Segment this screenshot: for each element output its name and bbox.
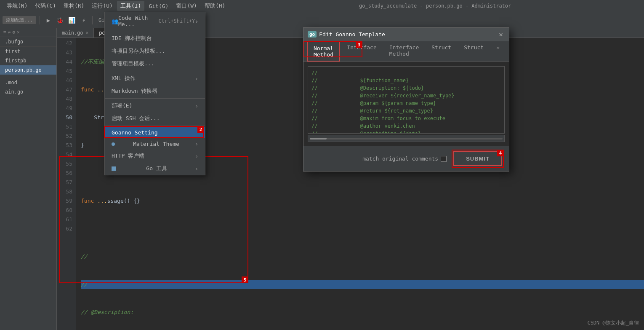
sidebar-align-icon[interactable]: ⇌ [8,30,11,35]
watermark: CSDN @陈文小超_自律 [587,319,639,327]
menu-item-ssh-label: 启动 SSH 会话... [112,115,160,122]
tab-maingo[interactable]: main.go × [57,28,94,38]
modal-title-text: Edit Goanno Template [319,31,385,38]
menu-item-gotools-arrow: › [195,166,198,172]
modal-dialog[interactable]: go Edit Goanno Template ✕ Normal Method … [303,27,509,172]
run-btn[interactable]: ▶ [43,15,53,25]
dropdown-menu[interactable]: 👥 Code With Me... Ctrl+Shift+Y › IDE 脚本控… [104,12,205,175]
editor-scroll-hint [308,135,505,142]
match-comment-checkbox[interactable] [441,156,447,162]
annotation-number-2: 2 [197,126,204,133]
menu-item-goanno-label: Goanno Setting [112,129,158,136]
sidebar-item-mod[interactable]: .mod [0,78,56,87]
profile-btn[interactable]: ⚡ [79,15,89,25]
menu-item-material[interactable]: Material Theme › [105,138,205,150]
modal-tabs: Normal Method Interface Interface Method… [303,41,509,62]
modal-tab-interface-method[interactable]: Interface Method [383,41,425,62]
modal-tabs-container: Normal Method Interface Interface Method… [303,41,509,62]
menu-item-ssh[interactable]: 启动 SSH 会话... [105,112,205,125]
code-line-49: // [81,252,644,261]
line-num-58: 58 [57,187,72,196]
menu-item-codewithme-shortcut: Ctrl+Shift+Y [158,18,195,24]
modal-tab-interface[interactable]: Interface [341,41,382,62]
sidebar-item-maingo[interactable]: ain.go [0,87,56,97]
submit-button[interactable]: SUBMIT [453,151,502,166]
menu-item-save-template[interactable]: 将项目另存为模板... [105,45,205,57]
menu-item-manage-template[interactable]: 管理项目模板... [105,57,205,70]
sidebar-item-personpbgo[interactable]: person.pb.go [0,65,56,75]
menu-item-xml-arrow: › [195,75,198,82]
menu-item-markdown[interactable]: Markdown 转换器 [105,85,205,97]
line-num-52: 52 [57,131,72,141]
menu-nav[interactable]: 导航(N) [3,1,31,11]
match-comment-container: match original comments [362,156,447,162]
menu-git[interactable]: Git(G) [145,2,172,11]
modal-close-btn[interactable]: ✕ [497,30,505,38]
modal-footer: match original comments SUBMIT 4 [303,146,509,171]
menu-item-codewithme-label: Code With Me... [118,15,158,27]
menu-item-http[interactable]: HTTP 客户端 › [105,150,205,162]
menu-item-codewithme[interactable]: 👥 Code With Me... Ctrl+Shift+Y › [105,12,205,30]
line-num-56: 56 [57,169,72,178]
menu-item-xml[interactable]: XML 操作 › [105,72,205,85]
sidebar-item-bufgo[interactable]: .bufgo [0,37,56,46]
menu-item-deploy-arrow: › [195,103,198,109]
menu-item-codewithme-icon: 👥 [112,18,118,24]
modal-body: // // ${function_name} // @Description: … [303,62,509,146]
menu-item-gotools-icon [112,166,116,171]
line-num-53: 53 [57,141,72,150]
tab-maingo-close[interactable]: × [86,30,89,35]
menu-divider-4 [105,126,205,126]
line-num-47: 47 [57,85,72,94]
menu-help[interactable]: 帮助(H) [201,1,229,11]
modal-tab-more[interactable]: » [490,41,506,62]
sidebar-item-firstpb[interactable]: firstpb [0,56,56,65]
go-badge: go [308,31,317,38]
menu-item-deploy-label: 部署(E) [112,102,132,110]
menu-item-manage-template-label: 管理项目模板... [112,60,154,67]
menu-item-markdown-label: Markdown 转换器 [112,87,157,95]
sidebar-settings-icon[interactable]: ⚙ [12,30,15,35]
menu-item-codewithme-arrow: › [195,18,198,24]
template-editor[interactable]: // // ${function_name} // @Description: … [308,66,505,134]
menu-run[interactable]: 运行(U) [88,1,116,11]
line-num-48: 48 [57,94,72,104]
modal-tab-struct2[interactable]: Struct [458,41,490,62]
line-num-49: 49 [57,104,72,113]
menu-refactor[interactable]: 重构(R) [60,1,88,11]
modal-titlebar: go Edit Goanno Template ✕ [303,28,509,41]
sidebar: ≡ ⇌ ⚙ ✕ .bufgo first firstpb person.pb.g… [0,28,57,330]
sidebar-sort-icon[interactable]: ≡ [3,30,6,35]
menu-code[interactable]: 代码(C) [32,1,59,11]
modal-tab-normal-method[interactable]: Normal Method [307,41,340,62]
debug-btn[interactable]: 🐞 [55,15,65,25]
scroll-track [310,138,503,140]
coverage-btn[interactable]: 📊 [67,15,77,25]
code-line-50: // [81,280,644,289]
sidebar-spacer-1 [0,75,56,78]
menu-item-go-tools[interactable]: Go 工具 › [105,162,205,175]
line-num-51: 51 [57,122,72,131]
line-num-54: 54 [57,150,72,159]
toolbar-sep-2 [92,16,93,24]
submit-btn-container: SUBMIT 4 [453,151,502,166]
menu-item-material-arrow: › [195,141,198,147]
menu-item-goanno[interactable]: Goanno Setting 2 [105,127,205,138]
menu-item-go-tools-label: Go 工具 [146,165,167,172]
add-config-btn[interactable]: 添加配置... [3,16,36,24]
menu-item-ide-console[interactable]: IDE 脚本控制台 [105,32,205,45]
menu-window[interactable]: 窗口(W) [173,1,200,11]
menu-item-deploy[interactable]: 部署(E) › [105,99,205,112]
code-line-51: // @Description: [81,308,644,317]
menu-item-ide-console-label: IDE 脚本控制台 [112,35,152,42]
line-num-45: 45 [57,67,72,76]
line-num-62: 62 [57,224,72,233]
modal-tab-struct[interactable]: Struct [426,41,457,62]
line-num-55: 55 [57,159,72,169]
sidebar-item-first[interactable]: first [0,47,56,56]
menu-divider-2 [105,71,205,71]
sidebar-close-icon[interactable]: ✕ [17,30,20,35]
menubar: 导航(N) 代码(C) 重构(R) 运行(U) 工具(I) Git(G) 窗口(… [0,0,644,12]
menu-item-xml-label: XML 操作 [112,75,136,82]
menu-tools[interactable]: 工具(I) [117,1,144,11]
